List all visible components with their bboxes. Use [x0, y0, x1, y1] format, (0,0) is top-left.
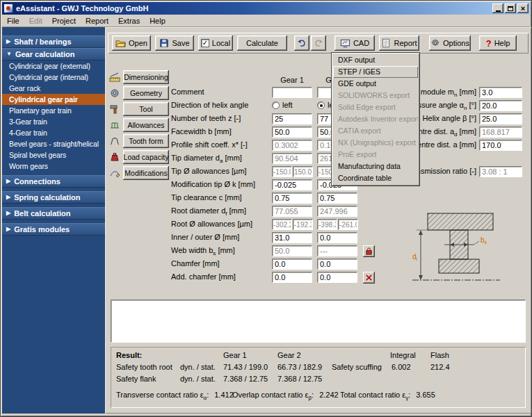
- tip-clearance-gear1-input[interactable]: [272, 193, 312, 204]
- tool-button[interactable]: Tool: [123, 102, 169, 116]
- menu-edit[interactable]: Edit: [24, 15, 47, 26]
- helix-gear1-option[interactable]: left: [272, 101, 293, 109]
- allowances-button[interactable]: Allowances: [123, 118, 169, 132]
- sidebar-section-belt-calculation[interactable]: ▶ Belt calculation: [2, 207, 105, 220]
- helix-angle-input[interactable]: [479, 113, 522, 124]
- safety-flank-mode: dyn. / stat.: [180, 375, 216, 383]
- root-allowance-gear2-upper-input[interactable]: [317, 219, 337, 230]
- web-width-gear2-input[interactable]: [317, 245, 357, 256]
- result-title: Result:: [116, 351, 142, 359]
- centre-distance-input[interactable]: [479, 140, 522, 151]
- sidebar-section-connections[interactable]: ▶ Connections: [2, 175, 105, 188]
- teeth-gear1-input[interactable]: [272, 113, 312, 124]
- root-allowance-gear1-upper-input[interactable]: [272, 219, 292, 230]
- inner-outer-gear2-input[interactable]: [317, 232, 357, 243]
- helix-direction-label: Direction of helix angle: [171, 101, 248, 109]
- cad-menu-solid-edge-export[interactable]: Solid Edge export: [333, 101, 418, 113]
- add-chamfer-label: Add. chamfer [mm]: [171, 272, 236, 281]
- sidebar-item-bevel-gears[interactable]: Bevel gears - straight/helical: [2, 138, 105, 149]
- tip-allowance-gear1-upper-input[interactable]: [272, 166, 292, 177]
- cad-menu-proe-export[interactable]: ProE export: [333, 149, 418, 161]
- sidebar-item-3-gear-train[interactable]: 3-Gear train: [2, 116, 105, 127]
- menu-extras[interactable]: Extras: [113, 15, 145, 26]
- form-row-tip-clearance: Tip clearance c [mm]: [171, 193, 394, 205]
- cad-menu-manufacturing-data[interactable]: Manufacturing data: [333, 161, 418, 172]
- menu-project[interactable]: Project: [47, 15, 81, 26]
- web-width-dim-label: bs: [481, 236, 487, 245]
- redo-button[interactable]: [311, 35, 326, 51]
- sidebar-section-gear-calculation[interactable]: ▼ Gear calculation: [2, 48, 105, 60]
- profile-shift-gear1-input[interactable]: [272, 140, 312, 151]
- cad-button[interactable]: CAD: [334, 35, 375, 51]
- sidebar-item-gear-rack[interactable]: Gear rack: [2, 83, 105, 94]
- web-width-detail-button[interactable]: [363, 245, 375, 257]
- undo-button[interactable]: [294, 35, 309, 51]
- radio-selected-icon[interactable]: [317, 101, 325, 109]
- sidebar-item-cylindrical-gear-pair[interactable]: Cylindrical gear pair: [2, 94, 105, 105]
- tip-clearance-gear2-input[interactable]: [317, 193, 357, 204]
- add-chamfer-gear2-input[interactable]: [317, 272, 357, 283]
- geometry-button[interactable]: Geometry: [123, 86, 169, 100]
- inner-outer-gear1-input[interactable]: [272, 232, 312, 243]
- load-capacity-button[interactable]: Load capacity: [123, 150, 169, 164]
- root-allowance-gear2-lower-input[interactable]: [338, 219, 358, 230]
- cad-menu-step-iges[interactable]: STEP / IGES: [333, 66, 418, 78]
- cad-menu-coordinate-table[interactable]: Coordinate table: [333, 172, 418, 184]
- menu-file[interactable]: File: [2, 15, 24, 26]
- transmission-ratio-input[interactable]: [479, 166, 522, 177]
- root-allowance-gear1-lower-input[interactable]: [293, 219, 313, 230]
- report-label: Report: [394, 39, 417, 47]
- sidebar-item-planetary-gear-train[interactable]: Planetary gear train: [2, 105, 105, 116]
- chamfer-gear1-input[interactable]: [272, 259, 312, 270]
- section-label: Spring calculation: [14, 193, 80, 202]
- chamfer-gear2-input[interactable]: [317, 259, 357, 270]
- sidebar-item-worm-gears[interactable]: Worm gears: [2, 161, 105, 172]
- radio-icon[interactable]: [272, 101, 280, 109]
- tooth-form-button[interactable]: Tooth form: [123, 134, 169, 148]
- cad-menu-autodesk-inventor-export[interactable]: Autodesk Inventor export: [333, 113, 418, 125]
- cad-menu-catia-export[interactable]: CATIA export: [333, 125, 418, 137]
- facewidth-gear1-input[interactable]: [272, 126, 312, 138]
- inner-outer-label: Inner / outer Ø [mm]: [171, 233, 239, 241]
- sidebar-section-gratis-modules[interactable]: ▶ Gratis modules: [2, 223, 105, 236]
- sidebar-item-cylindrical-gear-internal[interactable]: Cylindrical gear (internal): [2, 72, 105, 83]
- sidebar-section-spring-calculation[interactable]: ▶ Spring calculation: [2, 191, 105, 204]
- local-toggle[interactable]: ✓ Local: [198, 35, 233, 51]
- calculate-button[interactable]: Calculate: [237, 35, 287, 51]
- zero-centre-distance-input[interactable]: [479, 126, 522, 138]
- menu-help[interactable]: Help: [145, 15, 170, 26]
- root-diameter-gear2-input[interactable]: [317, 206, 357, 217]
- safety-scuffing-integral-value: 6.002: [392, 363, 411, 371]
- sidebar-item-4-gear-train[interactable]: 4-Gear train: [2, 127, 105, 138]
- cad-menu-nx-unigraphics-export[interactable]: NX (Unigraphics) export: [333, 137, 418, 149]
- sidebar-section-shaft-bearings[interactable]: ▶ Shaft / bearings: [2, 35, 105, 48]
- close-button[interactable]: ×: [517, 3, 529, 13]
- modification-tip-gear1-input[interactable]: [272, 179, 312, 190]
- sidebar-item-cylindrical-gear-external[interactable]: Cylindrical gear (external): [2, 60, 105, 72]
- open-button[interactable]: Open: [112, 35, 151, 51]
- module-input[interactable]: [479, 87, 522, 98]
- help-button[interactable]: ? Help: [479, 35, 517, 51]
- minimize-button[interactable]: [492, 3, 503, 13]
- menu-report[interactable]: Report: [81, 15, 113, 26]
- tip-diameter-gear1-input[interactable]: [272, 153, 312, 164]
- cad-menu-solidworks-export[interactable]: SOLIDWORKS export: [333, 90, 418, 101]
- tip-allowance-gear1-lower-input[interactable]: [293, 166, 313, 177]
- cad-menu-dxf-output[interactable]: DXF output: [333, 54, 418, 66]
- modifications-button[interactable]: Modifications: [123, 166, 169, 180]
- sidebar-item-spiral-bevel-gears[interactable]: Spiral bevel gears: [2, 149, 105, 161]
- comment-gear1-input[interactable]: [272, 87, 312, 98]
- save-button[interactable]: Save: [155, 35, 194, 51]
- cad-menu-gde-output[interactable]: GDE output: [333, 78, 418, 90]
- report-button[interactable]: Report: [379, 35, 419, 51]
- dimensioning-button[interactable]: Dimensioning: [123, 70, 169, 84]
- add-chamfer-gear1-input[interactable]: [272, 272, 312, 283]
- web-width-gear1-input[interactable]: [272, 245, 312, 256]
- local-checkbox[interactable]: ✓: [201, 39, 209, 47]
- options-button[interactable]: Options: [429, 35, 471, 51]
- safety-tooth-root-label: Safety tooth root: [116, 363, 172, 371]
- maximize-button[interactable]: [505, 3, 516, 13]
- pressure-angle-input[interactable]: [479, 100, 522, 111]
- add-chamfer-clear-button[interactable]: [363, 272, 375, 284]
- root-diameter-gear1-input[interactable]: [272, 206, 312, 217]
